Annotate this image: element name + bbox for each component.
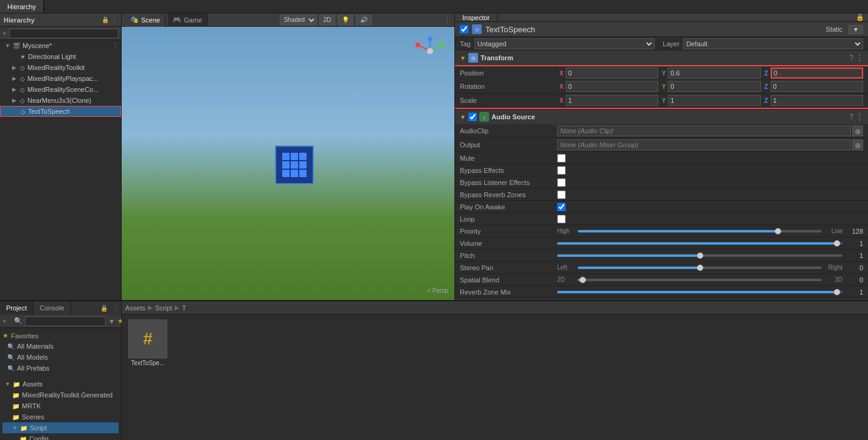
- transform-help-icon[interactable]: ?: [849, 54, 853, 62]
- hierarchy-item-directional-light[interactable]: ☀ Directional Light: [0, 51, 121, 62]
- spatial-slider-container: 2D 3D 0: [557, 276, 863, 284]
- favorites-section: ★ Favorites 🔍 All Materials 🔍 All Models…: [2, 330, 119, 374]
- transform-header[interactable]: ▼ ⊕ Transform ? ⋮: [455, 51, 868, 65]
- rotation-z-input[interactable]: [771, 81, 863, 92]
- scene-btn-light[interactable]: 💡: [338, 15, 353, 26]
- tag-dropdown[interactable]: Untagged: [474, 38, 654, 49]
- stereo-thumb[interactable]: [697, 265, 703, 271]
- pitch-value: 1: [845, 252, 863, 259]
- lock-icon[interactable]: 🔒: [98, 301, 110, 315]
- hierarchy-item-mrscene[interactable]: ▶ ◇ MixedRealitySceneCo...: [0, 84, 121, 95]
- position-y-input[interactable]: [668, 68, 760, 79]
- inspector-panel: Inspector 🔒 ◇ TextToSpeech Static ▼ Tag …: [454, 13, 868, 300]
- object-enabled-checkbox[interactable]: [460, 25, 468, 33]
- audioclip-dropdown[interactable]: None (Audio Clip): [557, 125, 851, 136]
- search-icon[interactable]: 🔍: [14, 317, 23, 325]
- favorites-title: ★ Favorites: [2, 330, 119, 341]
- assets-root[interactable]: ▼ 📁 Assets: [2, 379, 119, 389]
- more-icon[interactable]: ⋮: [111, 16, 117, 23]
- stereo-track[interactable]: [578, 267, 822, 269]
- tab-scene[interactable]: 🎭 Scene: [125, 13, 165, 27]
- asset-thumbnail: #: [128, 320, 167, 358]
- pitch-track[interactable]: [557, 254, 842, 257]
- tab-hierarchy[interactable]: Hierarchy: [0, 0, 44, 13]
- position-x-input[interactable]: [566, 68, 658, 79]
- lock-icon[interactable]: 🔒: [102, 16, 109, 23]
- layer-dropdown[interactable]: Default: [683, 38, 863, 49]
- tab-game[interactable]: 🎮 Game: [168, 13, 207, 27]
- audio-source-header[interactable]: ▼ ♪ Audio Source ? ⋮: [455, 110, 868, 124]
- scene-btn-audio[interactable]: 🔊: [356, 15, 372, 26]
- volume-thumb[interactable]: [834, 240, 840, 246]
- volume-value: 1: [845, 240, 863, 247]
- svg-rect-15: [299, 170, 307, 177]
- hierarchy-item-texttospeech[interactable]: ◇ TextToSpeech: [0, 106, 121, 117]
- fav-all-prefabs[interactable]: 🔍 All Prefabs: [2, 363, 119, 374]
- hierarchy-item-mrplayspace[interactable]: ▶ ◇ MixedRealityPlayspac...: [0, 73, 121, 84]
- scale-y-input[interactable]: [668, 95, 760, 106]
- filter-icon[interactable]: ▼: [108, 318, 115, 325]
- play-on-awake-checkbox[interactable]: [557, 203, 566, 211]
- expand-arrow: ▼: [5, 381, 10, 387]
- tree-scenes[interactable]: 📁 Scenes: [2, 411, 119, 422]
- hierarchy-item-scene[interactable]: ▼ 🎬 Myscene* ⋮: [0, 40, 121, 51]
- tree-mrtk[interactable]: 📁 MRTK: [2, 400, 119, 411]
- breadcrumb-script[interactable]: Script: [155, 304, 172, 312]
- position-z-input[interactable]: [771, 68, 863, 79]
- priority-thumb[interactable]: [775, 228, 781, 234]
- project-search[interactable]: [25, 316, 106, 326]
- mute-checkbox[interactable]: [557, 154, 566, 162]
- tab-console[interactable]: Console: [33, 301, 71, 315]
- bypass-reverb-checkbox[interactable]: [557, 190, 566, 199]
- 2d-button[interactable]: 2D: [319, 15, 336, 26]
- more-icon[interactable]: ⋮: [444, 16, 451, 24]
- bypass-effects-checkbox[interactable]: [557, 166, 566, 175]
- tab-project[interactable]: Project: [0, 301, 33, 315]
- rotation-y-input[interactable]: [668, 81, 760, 92]
- volume-track[interactable]: [557, 242, 842, 245]
- asset-item-texttospeech[interactable]: # TextToSpe...: [127, 320, 169, 366]
- breadcrumb-assets[interactable]: Assets: [125, 304, 145, 312]
- audio-enabled-checkbox[interactable]: [468, 113, 477, 121]
- spatial-track[interactable]: [578, 279, 822, 281]
- scale-z-input[interactable]: [771, 95, 863, 106]
- scene-tab-label: Scene: [141, 16, 160, 24]
- rotation-x-input[interactable]: [566, 81, 658, 92]
- rotation-z-field: Z: [762, 81, 863, 92]
- priority-track[interactable]: [578, 230, 822, 232]
- shading-dropdown[interactable]: Shaded: [280, 15, 317, 26]
- scene-menu-icon[interactable]: ⋮: [112, 42, 119, 50]
- scale-x-input[interactable]: [566, 95, 658, 106]
- reverb-track[interactable]: [557, 291, 842, 293]
- static-dropdown-button[interactable]: ▼: [849, 25, 863, 34]
- bypass-listener-checkbox[interactable]: [557, 178, 566, 187]
- audio-btns: ? ⋮: [849, 113, 863, 121]
- fav-all-models[interactable]: 🔍 All Models: [2, 352, 119, 363]
- hierarchy-search[interactable]: [9, 29, 119, 38]
- tree-config[interactable]: 📁 Config: [2, 433, 119, 440]
- reverb-thumb[interactable]: [834, 289, 840, 295]
- selected-object: [275, 145, 314, 184]
- add-icon[interactable]: +: [2, 317, 7, 326]
- output-select-btn[interactable]: ◎: [852, 139, 863, 150]
- pitch-thumb[interactable]: [697, 253, 703, 259]
- spatial-thumb[interactable]: [580, 277, 586, 283]
- transform-more-icon[interactable]: ⋮: [856, 54, 863, 62]
- audio-help-icon[interactable]: ?: [849, 113, 853, 121]
- fav-all-materials[interactable]: 🔍 All Materials: [2, 341, 119, 352]
- hierarchy-item-mrtk[interactable]: ▶ ◇ MixedRealityToolkit: [0, 62, 121, 73]
- tree-script[interactable]: ▼ 📁 Script: [2, 422, 119, 433]
- inspector-lock-icon[interactable]: 🔒: [852, 13, 868, 21]
- more-icon[interactable]: ⋮: [110, 301, 121, 315]
- tab-inspector[interactable]: Inspector: [455, 13, 498, 21]
- tree-item-label: Scenes: [22, 413, 44, 421]
- hierarchy-item-nearmenu[interactable]: ▶ ◇ NearMenu3x3(Clone): [0, 95, 121, 106]
- loop-checkbox[interactable]: [557, 215, 566, 223]
- audioclip-select-btn[interactable]: ◎: [852, 125, 863, 136]
- breadcrumb-t[interactable]: T: [182, 304, 186, 312]
- add-icon[interactable]: +: [2, 29, 7, 38]
- stereo-fill: [578, 267, 700, 269]
- audio-more-icon[interactable]: ⋮: [856, 113, 863, 121]
- tree-mrtk-generated[interactable]: 📁 MixedRealityToolkit.Generated: [2, 389, 119, 400]
- output-dropdown[interactable]: None (Audio Mixer Group): [557, 139, 851, 150]
